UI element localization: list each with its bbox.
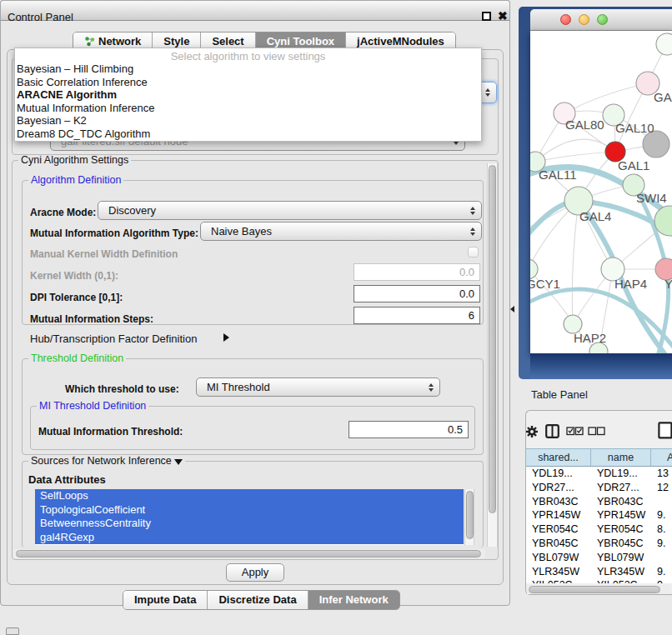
which-threshold-value: MI Threshold [207, 381, 270, 393]
aracne-mode-value: Discovery [108, 204, 156, 217]
table-horizontal-scrollbar[interactable] [527, 585, 671, 594]
mi-type-label: Mutual Information Algorithm Type: [30, 228, 198, 239]
control-panel-title: Control Panel [8, 11, 73, 23]
close-icon[interactable]: ✖ [498, 9, 508, 22]
select-all-checkboxes-icon[interactable] [566, 427, 584, 436]
close-traffic-light[interactable] [560, 14, 571, 25]
table-cell[interactable]: YDR27... [532, 481, 574, 495]
combo-arrows-icon [485, 88, 490, 97]
network-node-label: HAP4 [614, 277, 647, 291]
table-cell[interactable]: YLR345W [532, 565, 579, 579]
gear-icon[interactable] [525, 425, 539, 438]
network-view[interactable]: GALGAL80GAL10GAL1GAL11SWI4GAL4HAP4YGCY1H… [530, 31, 672, 353]
combo-arrows-icon [429, 383, 434, 392]
which-threshold-label: Which threshold to use: [65, 383, 179, 395]
dpi-tolerance-field[interactable]: 0.0 [354, 285, 480, 302]
network-node[interactable] [656, 33, 672, 55]
which-threshold-combo[interactable]: MI Threshold [196, 378, 440, 397]
table-cell[interactable]: 9 [657, 578, 663, 583]
table-cell[interactable]: 8. [657, 522, 665, 537]
table-cell[interactable]: YBR043C [597, 495, 644, 509]
settings-vertical-scrollbar[interactable] [487, 163, 498, 547]
mi-threshold-field[interactable]: 0.5 [349, 421, 469, 438]
node-table[interactable]: shared...nameAYDL19...YDL19...13YDR27...… [526, 448, 672, 583]
network-node-label: GAL11 [539, 168, 577, 182]
data-attribute-item[interactable]: BetweennessCentrality [35, 517, 464, 531]
table-cell[interactable]: YBL079W [532, 551, 579, 565]
table-cell[interactable]: YDL19... [597, 467, 638, 481]
network-node-label: GAL4 [579, 209, 611, 223]
manual-kernel-label: Manual Kernel Width Definition [30, 248, 178, 260]
tab-label: jActiveMNodules [357, 35, 444, 48]
algorithm-option[interactable]: ARACNE Algorithm [15, 88, 481, 102]
table-cell[interactable]: YPR145W [532, 508, 580, 522]
kernel-width-field[interactable]: 0.0 [354, 263, 480, 281]
table-cell[interactable]: 9. [657, 508, 665, 522]
table-cell[interactable]: YDR27... [597, 481, 639, 495]
table-cell[interactable]: YIL052C [532, 578, 573, 583]
network-node-label: GAL [654, 90, 672, 104]
algorithm-option[interactable]: Basic Correlation Inference [15, 76, 481, 89]
zoom-traffic-light[interactable] [597, 14, 608, 25]
table-cell[interactable]: 9. [657, 537, 665, 551]
table-cell[interactable]: 13 [657, 467, 669, 481]
table-cell[interactable]: YPR145W [597, 508, 645, 522]
table-cell[interactable]: YLR345W [597, 565, 644, 579]
sources-title: Sources for Network Inference [28, 456, 185, 467]
algorithm-option[interactable]: Bayesian – Hill Climbing [15, 62, 481, 76]
apply-button[interactable]: Apply [226, 563, 284, 582]
algorithm-option[interactable]: Dream8 DC_TDC Algorithm [15, 128, 481, 141]
data-attribute-item[interactable]: SelfLoops [35, 489, 464, 503]
manual-kernel-checkbox[interactable] [468, 247, 479, 258]
mi-steps-field[interactable]: 6 [354, 307, 480, 324]
minimize-traffic-light[interactable] [579, 14, 589, 25]
bottom-tab-discretize-data[interactable]: Discretize Data [207, 591, 307, 609]
network-node-label: Y [664, 277, 672, 291]
table-column-header[interactable]: shared... [526, 448, 591, 467]
new-table-icon[interactable] [658, 422, 672, 439]
table-cell[interactable]: YBR043C [532, 495, 579, 509]
unselect-all-checkboxes-icon[interactable] [588, 427, 605, 436]
data-attribute-item[interactable]: gal4RGexp [35, 531, 464, 545]
table-cell[interactable]: YBR045C [597, 537, 644, 551]
mi-type-value: Naive Bayes [211, 225, 272, 238]
splitter-collapse-icon[interactable] [510, 306, 514, 312]
table-cell[interactable]: 9. [657, 565, 665, 579]
combo-arrows-icon [470, 207, 475, 215]
sources-collapse-icon[interactable] [174, 459, 183, 465]
network-node-label: HAP2 [574, 331, 606, 345]
algorithm-definition-title: Algorithm Definition [28, 175, 123, 186]
data-attributes-list[interactable]: SelfLoopsTopologicalCoefficientBetweenne… [35, 489, 464, 545]
control-panel-titlebar[interactable] [0, 0, 510, 21]
table-column-header[interactable]: name [591, 448, 651, 467]
network-node-label: GAL80 [565, 118, 604, 132]
aracne-mode-combo[interactable]: Discovery [98, 201, 482, 220]
bottom-tab-impute-data[interactable]: Impute Data [123, 591, 207, 609]
columns-icon[interactable] [545, 424, 559, 438]
table-cell[interactable]: YIL052C [597, 578, 638, 583]
threshold-definition-title: Threshold Definition [28, 353, 126, 364]
table-cell[interactable]: 12 [657, 481, 669, 495]
aracne-mode-label: Aracne Mode: [30, 207, 96, 218]
table-column-header[interactable]: A [651, 448, 672, 467]
table-cell[interactable]: YER054C [597, 522, 644, 537]
hub-expand-icon[interactable] [223, 333, 229, 342]
attributes-scrollbar[interactable] [464, 489, 474, 545]
table-cell[interactable]: YDL19... [532, 467, 573, 481]
float-window-icon[interactable] [482, 12, 491, 21]
mi-type-combo[interactable]: Naive Bayes [200, 222, 482, 241]
table-panel-title: Table Panel [531, 388, 588, 401]
bottom-tab-infer-network[interactable]: Infer Network [308, 591, 399, 609]
kernel-width-label: Kernel Width (0,1): [30, 270, 118, 282]
minimized-panel-icon[interactable] [6, 628, 19, 635]
table-cell[interactable]: YBR045C [532, 537, 579, 551]
algorithm-option[interactable]: Bayesian – K2 [15, 114, 481, 128]
algorithm-option[interactable]: Mutual Information Inference [15, 102, 481, 115]
tab-label: Cyni Toolbox [267, 35, 334, 48]
network-window-bottom [530, 353, 672, 379]
settings-horizontal-scrollbar[interactable] [13, 549, 485, 558]
combo-arrows-icon [470, 228, 475, 236]
data-attribute-item[interactable]: TopologicalCoefficient [35, 503, 464, 518]
table-cell[interactable]: YBL079W [597, 551, 644, 565]
table-cell[interactable]: YER054C [532, 522, 579, 537]
